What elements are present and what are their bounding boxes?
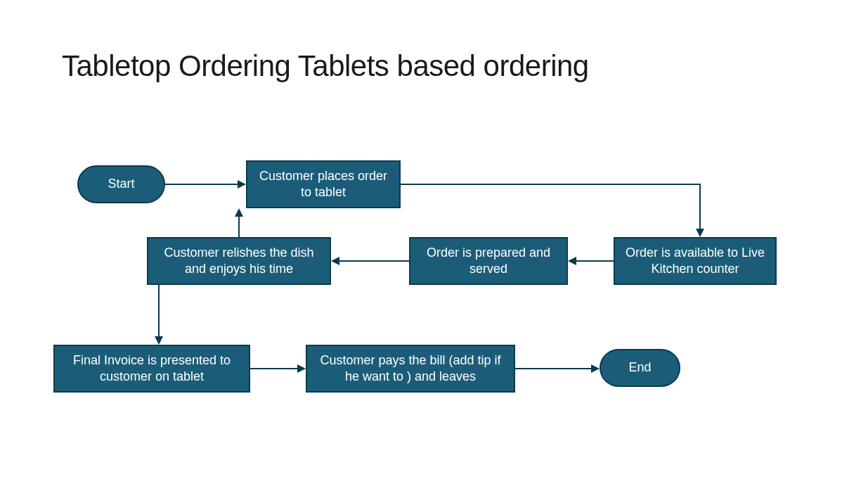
node-end: End xyxy=(600,349,680,387)
node-kitchen: Order is available to Live Kitchen count… xyxy=(614,237,777,285)
arrow-invoice-to-pay-head xyxy=(297,364,306,373)
diagram-title: Tabletop Ordering Tablets based ordering xyxy=(62,49,589,83)
node-relish-label: Customer relishes the dish and enjoys hi… xyxy=(157,245,321,278)
node-kitchen-label: Order is available to Live Kitchen count… xyxy=(623,245,767,278)
node-prepared: Order is prepared and served xyxy=(409,237,568,285)
arrow-start-to-place xyxy=(165,184,238,185)
node-pay-label: Customer pays the bill (add tip if he wa… xyxy=(316,352,505,386)
arrow-relish-to-invoice-v xyxy=(158,285,160,336)
arrow-kitchen-to-prepared-head xyxy=(568,257,576,265)
arrow-place-to-kitchen-v xyxy=(699,184,701,229)
arrow-relish-to-invoice-head xyxy=(155,336,163,345)
node-place-order-label: Customer places order to tablet xyxy=(256,168,391,201)
node-start-label: Start xyxy=(108,176,134,192)
arrow-pay-to-end-head xyxy=(591,364,600,373)
node-invoice-label: Final Invoice is presented to customer o… xyxy=(63,352,240,386)
arrow-place-to-kitchen-head xyxy=(696,229,704,237)
arrow-relish-to-place-head xyxy=(235,208,243,217)
arrow-place-to-kitchen-h xyxy=(401,184,701,185)
node-pay: Customer pays the bill (add tip if he wa… xyxy=(306,345,515,393)
node-start: Start xyxy=(77,165,165,203)
node-prepared-label: Order is prepared and served xyxy=(419,245,558,278)
node-place-order: Customer places order to tablet xyxy=(246,160,401,208)
arrow-prepared-to-relish-head xyxy=(331,257,339,265)
node-relish: Customer relishes the dish and enjoys hi… xyxy=(147,237,331,285)
arrow-kitchen-to-prepared xyxy=(576,260,614,262)
arrow-pay-to-end xyxy=(515,368,591,369)
arrow-relish-to-place-v xyxy=(238,217,240,237)
arrow-prepared-to-relish xyxy=(339,260,409,262)
flowchart-canvas: Tabletop Ordering Tablets based ordering… xyxy=(0,0,868,484)
node-invoice: Final Invoice is presented to customer o… xyxy=(53,345,250,393)
arrow-invoice-to-pay xyxy=(250,368,297,369)
arrow-start-to-place-head xyxy=(238,180,246,189)
node-end-label: End xyxy=(628,359,651,376)
